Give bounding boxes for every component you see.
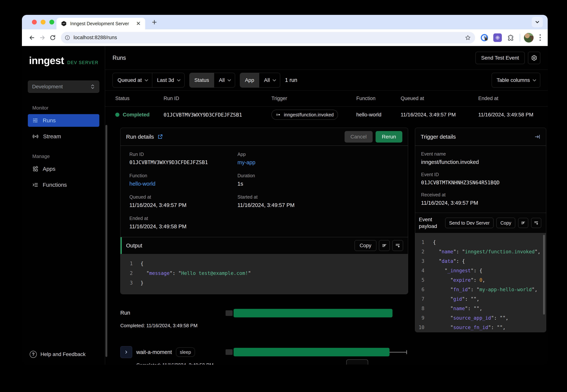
profile-avatar[interactable] — [524, 33, 534, 42]
tab-close-icon[interactable]: ✕ — [136, 21, 141, 26]
field-label: Event ID — [421, 172, 540, 177]
time-range-dropdown[interactable]: Last 3d — [152, 73, 184, 87]
received-at-value: 11/16/2024, 3:49:57 PM — [421, 200, 540, 206]
browser-menu-icon[interactable] — [537, 34, 543, 41]
step-type-badge: sleep — [176, 348, 195, 357]
table-columns-dropdown[interactable]: Table columns — [492, 73, 540, 88]
output-success-accent — [120, 237, 122, 254]
send-test-event-button[interactable]: Send Test Event — [475, 52, 525, 64]
send-to-dev-server-button[interactable]: Send to Dev Server — [445, 218, 494, 228]
settings-button[interactable] — [528, 52, 540, 64]
column-header-ended-at: Ended at — [478, 96, 548, 101]
scroll-to-bottom-button[interactable] — [392, 240, 403, 251]
column-header-function: Function — [356, 96, 401, 101]
event-payload-label: Event payload — [419, 216, 442, 230]
chevron-right-icon — [124, 350, 128, 354]
run-details-title: Run details — [126, 134, 154, 140]
status-filter-dropdown[interactable]: All — [214, 73, 235, 87]
column-header-trigger: Trigger — [271, 96, 356, 101]
site-info-icon[interactable] — [63, 32, 72, 43]
reload-button[interactable] — [47, 32, 58, 43]
sidebar-item-label: Runs — [43, 117, 56, 124]
inngest-favicon-icon — [61, 21, 67, 27]
payload-scroll-bottom-button[interactable] — [531, 218, 541, 228]
tab-search-button[interactable] — [532, 17, 543, 27]
purple-extension-icon[interactable] — [493, 33, 502, 42]
extensions-puzzle-icon[interactable] — [506, 32, 516, 43]
ended-at-value: 11/16/2024, 3:49:58 PM — [129, 224, 238, 230]
column-header-run-id: Run ID — [164, 96, 271, 101]
run-count: 1 run — [285, 77, 297, 83]
field-label: Function — [129, 173, 238, 178]
fullscreen-window-button[interactable] — [49, 20, 54, 25]
field-label: Ended at — [129, 216, 238, 221]
field-label: Duration — [238, 173, 399, 178]
event-id-value: 01JCVBTMTKNHNHZ3SN64R51BQD — [421, 180, 540, 185]
trigger-badge[interactable]: inngest/function.invoked — [271, 110, 338, 120]
inngest-logo: inngest — [29, 55, 64, 67]
event-payload-code[interactable]: 1{2"name": "inngest/function.invoked",3"… — [415, 233, 546, 332]
select-updown-icon — [90, 84, 95, 89]
app-filter-value: All — [264, 77, 270, 83]
payload-copy-button[interactable]: Copy — [496, 218, 515, 228]
word-wrap-icon — [521, 221, 525, 225]
help-label: Help and Feedback — [41, 351, 85, 357]
field-label: Queued at — [129, 194, 238, 200]
cancel-button[interactable]: Cancel — [345, 131, 373, 142]
open-run-external-icon[interactable] — [157, 134, 163, 140]
collapse-right-icon — [535, 134, 540, 140]
url-bar[interactable]: localhost:8288/runs — [61, 32, 475, 43]
table-row[interactable]: Completed 01JCVBTMV3WXY9D3CFDEJFZSB1 inn… — [105, 107, 548, 123]
sidebar-item-functions[interactable]: Functions — [28, 179, 99, 191]
output-copy-button[interactable]: Copy — [354, 240, 376, 251]
partial-bottom-button[interactable] — [346, 359, 368, 364]
dev-server-badge: DEV SERVER — [67, 60, 99, 65]
time-filter: Queued at Last 3d — [113, 73, 184, 88]
app-filter: App All — [240, 73, 280, 88]
browser-window: Inngest Development Server ✕ + localhost… — [22, 15, 548, 364]
rerun-button[interactable]: Rerun — [376, 131, 402, 142]
status-filter-label: Status — [190, 73, 214, 87]
chevron-down-icon — [145, 78, 148, 81]
sidebar-section-monitor: Monitor — [28, 105, 99, 111]
help-and-feedback[interactable]: ? Help and Feedback — [28, 351, 99, 358]
browser-tab[interactable]: Inngest Development Server ✕ — [57, 18, 145, 29]
output-code[interactable]: 1{2"message": "Hello test@example.com!"3… — [120, 254, 408, 294]
output-section: Output Copy 1{2"message": "Hello — [120, 237, 408, 294]
environment-select[interactable]: Development — [28, 81, 99, 93]
word-wrap-button[interactable] — [379, 240, 390, 251]
back-button[interactable] — [27, 32, 37, 43]
timeline-run-row[interactable]: Run — [120, 307, 408, 319]
payload-word-wrap-button[interactable] — [518, 218, 528, 228]
event-icon — [276, 112, 281, 117]
app-filter-dropdown[interactable]: All — [259, 73, 280, 87]
function-link[interactable]: hello-world — [129, 181, 238, 187]
sidebar-item-stream[interactable]: Stream — [28, 130, 99, 143]
time-field-dropdown[interactable]: Queued at — [113, 73, 152, 87]
expand-step-button[interactable] — [120, 346, 132, 358]
vertical-scrollbar[interactable] — [105, 125, 107, 357]
sidebar-item-label: Apps — [43, 166, 55, 172]
duration-value: 1s — [238, 181, 399, 187]
onepassword-extension-icon[interactable] — [479, 32, 490, 43]
send-to-dev-server-label: Send to Dev Server — [449, 220, 490, 226]
minimize-window-button[interactable] — [41, 20, 45, 25]
payload-scrollbar[interactable] — [543, 235, 545, 315]
runs-table-header: Status Run ID Trigger Function Queued at… — [105, 91, 548, 107]
column-header-queued-at: Queued at — [401, 96, 478, 101]
sidebar-item-runs[interactable]: Runs — [28, 114, 99, 127]
forward-button[interactable] — [37, 32, 47, 43]
close-window-button[interactable] — [32, 20, 37, 25]
app-link[interactable]: my-app — [238, 159, 399, 166]
stream-icon — [32, 133, 39, 140]
bookmark-star-icon[interactable] — [464, 32, 472, 43]
chevron-down-icon — [228, 78, 231, 81]
run-details-fields: Run ID01JCVBTMV3WXY9D3CFDEJFZSB1 Appmy-a… — [120, 146, 408, 237]
help-icon: ? — [30, 351, 37, 358]
timeline-step-row[interactable]: wait-a-moment sleep — [120, 346, 408, 358]
sidebar-item-apps[interactable]: Apps — [28, 163, 99, 175]
new-tab-button[interactable]: + — [152, 17, 157, 27]
trigger-badge-label: inngest/function.invoked — [284, 112, 334, 117]
send-test-event-label: Send Test Event — [481, 55, 519, 61]
collapse-panel-button[interactable] — [535, 134, 540, 140]
